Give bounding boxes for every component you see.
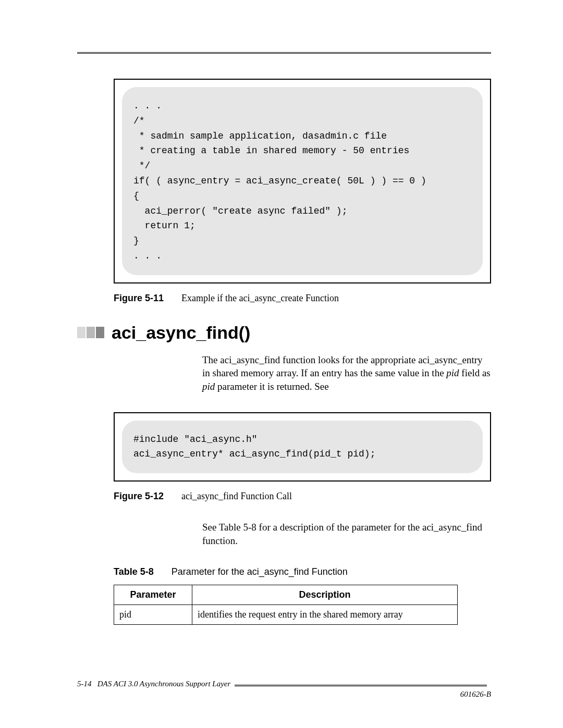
section-title: aci_async_find() xyxy=(112,323,250,343)
ornament-square-1 xyxy=(77,327,85,338)
footer-rule xyxy=(235,685,487,686)
figure-5-11-text: Example if the aci_async_create Function xyxy=(181,293,339,303)
section-heading: aci_async_find() xyxy=(77,323,491,343)
page-footer: 5-14 DAS ACI 3.0 Asynchronous Support La… xyxy=(77,680,491,699)
page-content: . . . /* * sadmin sample application, da… xyxy=(77,52,491,681)
heading-ornament xyxy=(77,327,104,338)
cell-desc: identifies the request entry in the shar… xyxy=(192,604,458,624)
figure-5-12-caption: Figure 5-12aci_async_find Function Call xyxy=(114,491,491,502)
table-5-8-text: Parameter for the aci_async_find Functio… xyxy=(172,566,348,577)
code-example-2: #include "aci_async.h" aci_async_entry* … xyxy=(122,421,483,474)
figure-5-12-label: Figure 5-12 xyxy=(114,491,164,501)
paragraph-1: The aci_async_find function looks for th… xyxy=(202,353,491,393)
footer-page-and-title: 5-14 DAS ACI 3.0 Asynchronous Support La… xyxy=(77,680,230,688)
parameter-table: Parameter Description pid identifies the… xyxy=(114,585,458,625)
figure-5-11-label: Figure 5-11 xyxy=(114,293,164,303)
ornament-square-2 xyxy=(87,327,95,338)
table-5-8-label: Table 5-8 xyxy=(114,566,154,577)
cell-param: pid xyxy=(114,604,192,624)
figure-5-12-text: aci_async_find Function Call xyxy=(181,491,292,501)
figure-5-11-caption: Figure 5-11Example if the aci_async_crea… xyxy=(114,293,491,304)
code-example-frame-2: #include "aci_async.h" aci_async_entry* … xyxy=(114,412,491,482)
ornament-square-3 xyxy=(96,327,104,338)
table-header-row: Parameter Description xyxy=(114,585,458,604)
top-rule xyxy=(77,52,491,54)
table-row: pid identifies the request entry in the … xyxy=(114,604,458,624)
code-example-1: . . . /* * sadmin sample application, da… xyxy=(122,87,483,275)
header-description: Description xyxy=(192,585,458,604)
paragraph-2: See Table 5-8 for a description of the p… xyxy=(202,521,491,547)
code-example-frame-1: . . . /* * sadmin sample application, da… xyxy=(114,79,491,283)
footer-doc-id: 601626-B xyxy=(460,690,491,698)
table-5-8-caption: Table 5-8Parameter for the aci_async_fin… xyxy=(114,566,491,577)
header-parameter: Parameter xyxy=(114,585,192,604)
